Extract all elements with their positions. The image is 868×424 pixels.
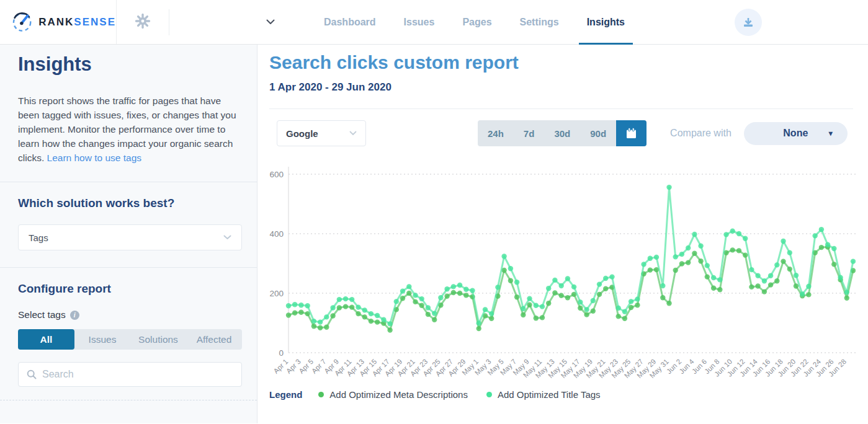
legend-dot-mint: [486, 392, 492, 397]
svg-text:0: 0: [279, 348, 284, 358]
select-tags-label-row: Select tags i: [18, 309, 242, 320]
sidebar-dashed-divider: [0, 400, 257, 400]
custom-range-calendar-button[interactable]: [616, 120, 647, 146]
range-button-90d[interactable]: 90d: [580, 120, 616, 146]
info-icon[interactable]: i: [70, 311, 79, 320]
search-icon: [27, 369, 37, 379]
time-range-group: 24h 7d 30d 90d: [478, 120, 647, 146]
svg-text:400: 400: [269, 229, 284, 239]
legend-entry-meta-descriptions: Add Optimized Meta Descriptions: [318, 389, 468, 400]
tag-tab-issues[interactable]: Issues: [74, 329, 130, 350]
report-controls: Google 24h 7d 30d 90d Compare w: [269, 120, 868, 146]
learn-tags-link[interactable]: Learn how to use tags: [47, 152, 142, 163]
download-report-button[interactable]: [735, 9, 762, 36]
svg-text:200: 200: [269, 289, 284, 298]
compare-value: None: [783, 128, 808, 139]
calendar-icon: [626, 128, 637, 139]
tag-tab-affected[interactable]: Affected: [186, 329, 242, 350]
top-bar: RANKSENSE Dashboard Issues Pages Setting…: [0, 0, 868, 45]
brand-name: RANKSENSE: [38, 16, 116, 29]
nav-item-settings[interactable]: Settings: [512, 0, 567, 44]
report-main-area: Search clicks custom report 1 Apr 2020 -…: [257, 45, 868, 423]
svg-text:600: 600: [269, 170, 284, 179]
date-range-label: 1 Apr 2020 - 29 Jun 2020: [269, 81, 868, 94]
chevron-down-icon: [223, 235, 231, 240]
nav-item-pages[interactable]: Pages: [454, 0, 499, 44]
sidebar-description: This report shows the traffic for pages …: [18, 94, 242, 165]
tag-filter-tabs: All Issues Solutions Affected: [18, 329, 242, 350]
site-selector-dropdown[interactable]: [169, 0, 281, 44]
tag-tab-all[interactable]: All: [18, 329, 74, 350]
solution-type-dropdown[interactable]: Tags: [18, 224, 242, 250]
clicks-line-chart: 0200400600Apr 1Apr 3Apr 5Apr 7Apr 9Apr 1…: [269, 164, 868, 384]
compare-dropdown[interactable]: None ▾: [744, 122, 848, 145]
settings-gear-button[interactable]: [135, 13, 151, 32]
range-button-7d[interactable]: 7d: [514, 120, 545, 146]
brand-rank: RANK: [38, 16, 74, 28]
gear-icon: [135, 13, 151, 29]
legend-dot-green: [318, 392, 324, 397]
source-select-value: Google: [286, 128, 318, 139]
brand-sense: SENSE: [74, 16, 116, 28]
tag-tab-solutions[interactable]: Solutions: [130, 329, 186, 350]
select-tags-label: Select tags: [18, 309, 66, 320]
sidebar-title: Insights: [18, 53, 242, 76]
source-dropdown[interactable]: Google: [277, 120, 366, 146]
solution-heading: Which solution works best?: [18, 197, 242, 210]
insights-sidebar: Insights This report shows the traffic f…: [0, 45, 257, 423]
tag-search-box: [18, 362, 242, 387]
chevron-down-icon: [349, 131, 357, 136]
brand-logo[interactable]: RANKSENSE: [0, 0, 117, 44]
caret-down-icon: ▾: [829, 129, 833, 138]
speedometer-logo-icon: [11, 9, 33, 36]
nav-item-dashboard[interactable]: Dashboard: [316, 0, 384, 44]
sidebar-divider: [0, 182, 257, 182]
page-title: Search clicks custom report: [269, 52, 868, 73]
chevron-down-icon: [266, 19, 275, 25]
solution-select-value: Tags: [29, 232, 48, 243]
range-button-30d[interactable]: 30d: [544, 120, 580, 146]
legend-title: Legend: [269, 389, 302, 400]
configure-report-heading: Configure report: [18, 282, 242, 296]
legend-label-title-tags: Add Optimized Title Tags: [498, 389, 601, 400]
main-divider: [269, 108, 853, 109]
legend-label-meta-descriptions: Add Optimized Meta Descriptions: [329, 389, 468, 400]
tag-search-input[interactable]: [42, 369, 233, 380]
chart-canvas[interactable]: 0200400600Apr 1Apr 3Apr 5Apr 7Apr 9Apr 1…: [269, 164, 856, 382]
main-navigation: Dashboard Issues Pages Settings Insights: [316, 0, 645, 44]
range-button-24h[interactable]: 24h: [478, 120, 514, 146]
sidebar-divider: [0, 267, 257, 268]
nav-item-issues[interactable]: Issues: [396, 0, 443, 44]
compare-with-label: Compare with: [670, 128, 732, 139]
download-icon: [743, 17, 754, 28]
chart-legend: Legend Add Optimized Meta Descriptions A…: [269, 389, 868, 400]
legend-entry-title-tags: Add Optimized Title Tags: [486, 389, 601, 400]
nav-item-insights[interactable]: Insights: [579, 0, 633, 44]
